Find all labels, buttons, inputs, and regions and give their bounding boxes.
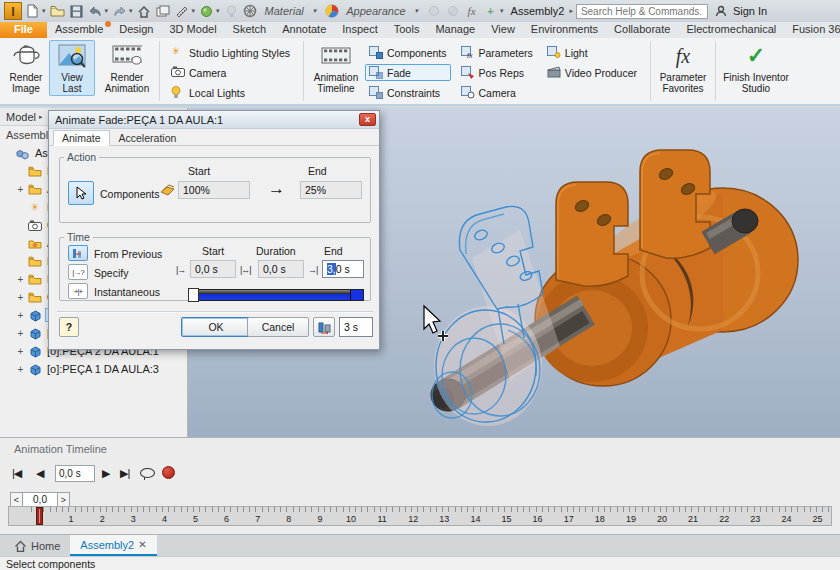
time-end-field[interactable]: 3,0 s <box>322 260 364 278</box>
animation-timeline-button[interactable]: Animation Timeline <box>309 40 363 96</box>
ribbon-tab-fusion-360[interactable]: Fusion 360 <box>784 22 840 38</box>
camera-button[interactable]: Camera <box>167 64 294 81</box>
from-previous-button[interactable] <box>68 245 88 261</box>
expander-icon[interactable]: + <box>16 364 25 375</box>
turntable-loop-button[interactable] <box>140 468 155 478</box>
crank-assembly-model[interactable] <box>431 150 798 426</box>
undo-dropdown-icon[interactable]: ▾ <box>105 7 109 15</box>
time-slider[interactable] <box>188 289 364 301</box>
slider-handle[interactable] <box>188 288 199 302</box>
undo-icon[interactable] <box>87 3 104 19</box>
animate-pos-reps-button[interactable]: Pos Reps <box>457 64 537 81</box>
current-time-field[interactable]: 0,0 s <box>55 465 95 482</box>
render-image-button[interactable]: Render Image <box>3 40 49 96</box>
record-button[interactable] <box>162 466 175 479</box>
material-ball-icon[interactable] <box>198 3 215 19</box>
dialog-close-button[interactable]: x <box>359 113 376 126</box>
ribbon-tab-environments[interactable]: Environments <box>523 22 606 38</box>
animate-camera-button[interactable]: Camera <box>457 84 537 101</box>
open-icon[interactable] <box>49 3 66 19</box>
spinner-right-button[interactable]: > <box>57 492 70 507</box>
expander-icon[interactable]: + <box>16 346 25 357</box>
switch-windows-icon[interactable] <box>155 3 172 19</box>
animate-fade-button[interactable]: Fade <box>365 64 451 81</box>
material-select[interactable]: Material▾ <box>261 3 322 19</box>
animate-constraints-button[interactable]: Constraints <box>365 84 451 101</box>
inventor-logo[interactable]: I <box>4 2 22 20</box>
fx-parameters-icon[interactable]: fx <box>463 3 480 19</box>
video-producer-button[interactable]: Video Producer <box>543 64 641 81</box>
ribbon-tab-manage[interactable]: Manage <box>427 22 483 38</box>
instantaneous-button[interactable]: +|+ <box>68 283 88 299</box>
ribbon-tab-file[interactable]: File <box>0 22 47 38</box>
render-animation-button[interactable]: Render Animation <box>100 40 154 96</box>
appearance-select[interactable]: Appearance▾ <box>342 3 423 19</box>
ribbon-tab-assemble[interactable]: Assemble <box>47 22 111 38</box>
ribbon-tab-electromechanical[interactable]: Electromechanical <box>678 22 784 38</box>
tab-acceleration[interactable]: Acceleration <box>111 131 185 145</box>
local-lights-button[interactable]: Local Lights <box>167 84 294 101</box>
search-input[interactable] <box>576 4 708 19</box>
play-button[interactable]: ▶ <box>102 467 109 480</box>
select-components-button[interactable] <box>68 181 94 205</box>
ribbon-tab-tools[interactable]: Tools <box>386 22 428 38</box>
animation-length-field[interactable]: 3 s <box>339 317 373 337</box>
ok-button[interactable]: OK <box>181 317 251 337</box>
time-start-field[interactable]: 0,0 s <box>190 260 236 278</box>
render-wheel-icon[interactable] <box>242 3 259 19</box>
expander-icon[interactable]: + <box>16 184 25 195</box>
animate-light-button[interactable]: Light <box>543 44 641 61</box>
animate-parameters-button[interactable]: fx Parameters <box>457 44 537 61</box>
go-to-end-button[interactable]: ▶| <box>120 467 129 480</box>
studio-lighting-styles-button[interactable]: ☀ Studio Lighting Styles <box>167 44 294 61</box>
add-icon[interactable]: + <box>482 3 499 19</box>
step-back-button[interactable]: ◀ <box>36 467 43 480</box>
home-icon[interactable] <box>136 3 153 19</box>
light-toggle-icon[interactable] <box>223 3 240 19</box>
expander-icon[interactable]: + <box>16 328 25 339</box>
ribbon-tab-inspect[interactable]: Inspect <box>334 22 385 38</box>
new-document-icon[interactable] <box>24 3 41 19</box>
redo-icon[interactable] <box>111 3 128 19</box>
help-button[interactable]: ? <box>59 317 79 337</box>
faded-component-ghost[interactable] <box>434 230 560 426</box>
ribbon-tab-collaborate[interactable]: Collaborate <box>606 22 678 38</box>
new-dropdown-icon[interactable]: ▾ <box>42 7 46 15</box>
tab-home[interactable]: Home <box>4 535 70 556</box>
finish-inventor-studio-button[interactable]: ✓ Finish Inventor Studio <box>721 40 791 96</box>
ribbon-tab-design[interactable]: Design <box>111 22 161 38</box>
ribbon-tab-3d-model[interactable]: 3D Model <box>162 22 225 38</box>
expander-icon[interactable]: + <box>16 310 25 321</box>
animate-components-button[interactable]: Components <box>365 44 451 61</box>
dialog-title-bar[interactable]: Animate Fade:PEÇA 1 DA AULA:1 x <box>49 111 379 129</box>
fade-end-field[interactable]: 25% <box>300 181 362 199</box>
go-to-start-button[interactable]: |◀ <box>12 467 21 480</box>
fade-start-field[interactable]: 100% <box>178 181 250 199</box>
animation-length-button[interactable] <box>313 317 335 337</box>
expander-icon[interactable]: + <box>16 292 25 303</box>
tab-animate[interactable]: Animate <box>53 130 110 146</box>
ribbon-tab-view[interactable]: View <box>483 22 523 38</box>
doc-flyout-icon[interactable]: ▸ <box>569 7 573 15</box>
tree-item[interactable]: +[o]:PEÇA 1 DA AULA:3 <box>0 360 187 378</box>
ribbon-tab-annotate[interactable]: Annotate <box>274 22 334 38</box>
tab-assembly2[interactable]: Assembly2 ✕ <box>70 535 156 556</box>
ribbon-tab-sketch[interactable]: Sketch <box>225 22 275 38</box>
time-duration-field[interactable]: 0,0 s <box>258 260 304 278</box>
spinner-left-button[interactable]: < <box>10 492 23 507</box>
parameter-favorites-button[interactable]: fx Parameter Favorites <box>656 40 710 96</box>
measure-dropdown-icon[interactable]: ▾ <box>192 7 196 15</box>
browser-flyout-icon[interactable]: ▸ <box>39 113 43 121</box>
spinner-value[interactable]: 0,0 <box>23 492 57 507</box>
tab-close-icon[interactable]: ✕ <box>138 539 146 550</box>
cancel-button[interactable]: Cancel <box>247 317 309 337</box>
measure-icon[interactable] <box>174 3 191 19</box>
sign-in-button[interactable]: Sign In <box>710 3 770 19</box>
save-icon[interactable] <box>68 3 85 19</box>
view-last-button[interactable]: View Last <box>49 40 95 96</box>
material-ball-dropdown-icon[interactable]: ▾ <box>216 7 220 15</box>
timeline-ruler[interactable]: 1234567891011121314151617181920212223242… <box>8 506 832 526</box>
specify-button[interactable]: |→? <box>68 264 88 280</box>
redo-dropdown-icon[interactable]: ▾ <box>129 7 133 15</box>
qat-overflow-icon[interactable]: ▾ <box>500 7 504 15</box>
